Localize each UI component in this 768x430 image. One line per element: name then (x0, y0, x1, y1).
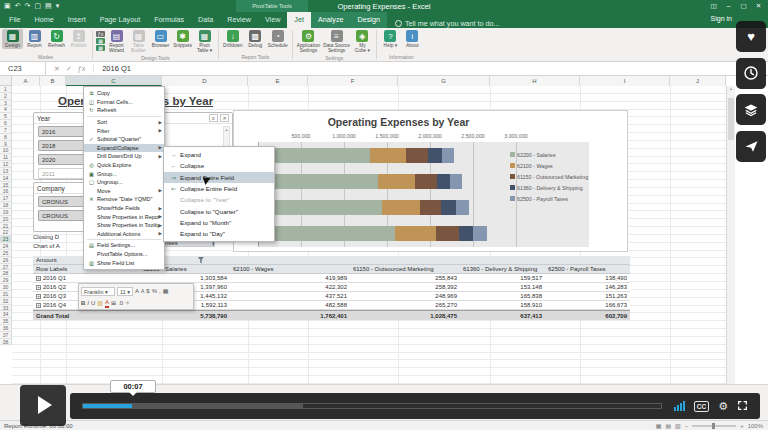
comma-icon[interactable]: , (159, 287, 161, 296)
row-header-38[interactable]: 38 (0, 339, 12, 346)
menu-item-format-cells-[interactable]: ◫Format Cells... (84, 98, 164, 107)
volume-icon[interactable] (674, 401, 685, 411)
row-header-2[interactable]: 2 (0, 93, 12, 100)
pivot-column-header[interactable]: 61150 - Outsourced Marketing (350, 265, 460, 273)
row-header-17[interactable]: 17 (0, 195, 12, 202)
chart-bar-2016-q4[interactable] (258, 226, 487, 241)
submenu-item-collapse-to-quarter-[interactable]: Collapse to "Quarter" (164, 205, 274, 216)
column-header-E[interactable]: E (248, 76, 308, 86)
row-header-29[interactable]: 29 (0, 277, 12, 284)
menu-item-additional-actions[interactable]: Additional Actions▶ (84, 230, 164, 239)
chart-operating-expenses[interactable]: Operating Expenses by Year 500,0001,000,… (233, 110, 628, 252)
row-header-15[interactable]: 15 (0, 182, 12, 189)
menu-item-quick-explore[interactable]: ◎Quick Explore (84, 161, 164, 170)
row-header-18[interactable]: 18 (0, 202, 12, 209)
bar-segment[interactable] (473, 226, 487, 241)
cancel-icon[interactable]: ✕ (54, 65, 60, 73)
help--button[interactable]: ?Help ▾ (380, 29, 401, 49)
font-size-box[interactable]: 11 ▾ (117, 287, 133, 296)
menu-item-show-properties-in-report[interactable]: Show Properties in Report▶ (84, 212, 164, 221)
zoom-out-button[interactable]: – (685, 423, 688, 429)
tab-insert[interactable]: Insert (61, 12, 93, 28)
menu-item-ungroup-[interactable]: ▢Ungroup... (84, 178, 164, 187)
tab-file[interactable]: File (2, 12, 28, 28)
bar-segment[interactable] (442, 148, 454, 163)
menu-item-filter[interactable]: Filter▶ (84, 126, 164, 135)
column-header-I[interactable]: I (580, 76, 670, 86)
row-header-26[interactable]: 26 (0, 257, 12, 264)
row-header-20[interactable]: 20 (0, 216, 12, 223)
value-cell[interactable]: 159,517 (460, 274, 545, 282)
tab-review[interactable]: Review (220, 12, 258, 28)
grow-font-icon[interactable]: A (135, 287, 139, 296)
value-cell[interactable]: 422,302 (230, 283, 350, 291)
row-header-3[interactable]: 3 (0, 100, 12, 107)
row-label-cell[interactable]: +2016 Q1 (33, 274, 140, 282)
select-all-corner[interactable] (0, 76, 12, 86)
column-header-D[interactable]: D (162, 76, 248, 86)
expand-icon[interactable]: + (36, 294, 41, 299)
closed-captions-button[interactable]: CC (694, 401, 709, 412)
tablebutton[interactable]: ▦Table Builder (128, 29, 149, 55)
tab-formulas[interactable]: Formulas (147, 12, 191, 28)
bar-segment[interactable] (395, 226, 437, 241)
menu-item-pivottable-options-[interactable]: PivotTable Options... (84, 250, 164, 259)
fullscreen-icon[interactable] (737, 400, 748, 412)
menu-item-remove-date-yqmd-[interactable]: ✕Remove "Date YQMD" (84, 195, 164, 204)
value-cell[interactable]: 265,270 (350, 301, 460, 309)
row-header-27[interactable]: 27 (0, 264, 12, 271)
column-header-A[interactable]: A (12, 76, 40, 86)
bar-segment[interactable] (420, 200, 441, 215)
value-cell[interactable]: 419,989 (230, 274, 350, 282)
menu-item-move[interactable]: Move▶ (84, 187, 164, 196)
page-layout-view-icon[interactable]: ▤ (665, 422, 671, 429)
value-cell[interactable]: 482,588 (230, 301, 350, 309)
row-header-31[interactable]: 31 (0, 291, 12, 298)
grand-total-row[interactable]: Grand Total5,738,7901,762,4011,028,47563… (33, 310, 630, 320)
aboutbutton[interactable]: iAbout (402, 29, 423, 49)
close-button[interactable]: ✕ (751, 0, 766, 11)
row-header-24[interactable]: 24 (0, 243, 12, 250)
page-break-view-icon[interactable]: ▥ (675, 422, 681, 429)
row-header-5[interactable]: 5 (0, 113, 12, 120)
bold-icon[interactable]: B (81, 299, 85, 308)
legend-item[interactable]: 62200 - Salaries (510, 149, 588, 160)
ribbon-display-options-button[interactable]: ◫ (706, 0, 721, 11)
tab-data[interactable]: Data (191, 12, 220, 28)
value-cell[interactable]: 248,969 (350, 292, 460, 300)
row-header-37[interactable]: 37 (0, 332, 12, 339)
maximize-button[interactable]: ▢ (736, 0, 751, 11)
column-header-C[interactable]: C (66, 76, 162, 86)
row-header-8[interactable]: 8 (0, 134, 12, 141)
tab-view[interactable]: View (258, 12, 287, 28)
chart-bar-2016-q1[interactable] (258, 148, 454, 163)
settings-gear-icon[interactable]: ⚙ (718, 401, 728, 412)
mybutton[interactable]: ◈My Cube ▾ (352, 29, 373, 55)
slicer-multiselect-icon[interactable]: ≡ (209, 114, 218, 122)
submenu-item-expand-to-month-[interactable]: Expand to "Month" (164, 217, 274, 228)
normal-view-icon[interactable]: ▦ (656, 422, 662, 429)
publishbutton[interactable]: ↥Publish (68, 29, 89, 49)
enter-icon[interactable]: ✓ (66, 65, 72, 73)
chart-bar-2016-q2[interactable] (258, 174, 462, 189)
reportbutton[interactable]: ▥Report (24, 29, 45, 49)
grid2-icon[interactable]: ▦ (96, 45, 105, 51)
row-header-10[interactable]: 10 (0, 147, 12, 154)
submenu-item-expand-to-day-[interactable]: Expand to "Day" (164, 228, 274, 239)
value-cell[interactable]: 151,263 (545, 292, 630, 300)
legend-item[interactable]: 61150 - Outsourced Marketing (510, 171, 588, 182)
zoom-slider[interactable] (692, 425, 736, 427)
pivot-column-header[interactable]: 62100 - Wages (230, 265, 350, 273)
zoom-in-button[interactable]: + (740, 423, 744, 429)
menu-item-field-settings-[interactable]: ▤Field Settings... (84, 241, 164, 250)
row-header-11[interactable]: 11 (0, 154, 12, 161)
submenu-item-expand-entire-field[interactable]: ⇒Expand Entire Field (164, 172, 274, 183)
shrink-font-icon[interactable]: A (141, 287, 144, 296)
bar-segment[interactable] (370, 148, 406, 163)
bar-segment[interactable] (258, 174, 378, 189)
row-header-32[interactable]: 32 (0, 298, 12, 305)
applicationbutton[interactable]: ⚙Application Settings (296, 29, 321, 55)
heart-button[interactable]: ♥ (736, 21, 766, 52)
formula-bar-value[interactable]: 2016 Q1 (94, 64, 131, 73)
row-header-35[interactable]: 35 (0, 318, 12, 325)
